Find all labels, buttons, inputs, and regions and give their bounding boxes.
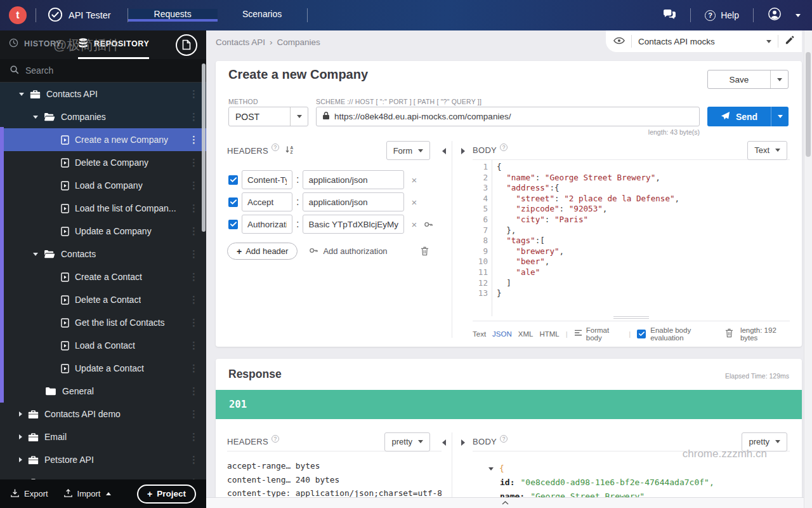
tree-item-load-the-list-of-compan[interactable]: Load the list of Compan...⋮ — [0, 197, 206, 220]
tab-requests[interactable]: Requests — [128, 9, 218, 22]
item-menu-icon[interactable]: ⋮ — [189, 454, 199, 465]
item-menu-icon[interactable]: ⋮ — [189, 88, 199, 100]
add-authorization-button[interactable]: Add authorization — [309, 246, 387, 257]
body-type-json[interactable]: JSON — [492, 330, 512, 338]
item-menu-icon[interactable]: ⋮ — [189, 225, 199, 237]
item-menu-icon[interactable]: ⋮ — [189, 431, 199, 443]
item-menu-icon[interactable]: ⋮ — [189, 271, 199, 283]
import-button[interactable]: Import — [63, 488, 112, 500]
item-menu-icon[interactable]: ⋮ — [189, 408, 199, 420]
item-menu-icon[interactable]: ⋮ — [189, 248, 199, 260]
item-menu-icon[interactable]: ⋮ — [189, 340, 199, 351]
body-editor[interactable]: 12345678910111213 { "name": "George Stre… — [473, 160, 790, 316]
send-menu-caret[interactable] — [771, 107, 789, 126]
tree-item-get-the-list-of-contacts[interactable]: Get the list of Contacts⋮ — [0, 311, 206, 334]
tree-item-contacts[interactable]: Contacts⋮ — [0, 243, 206, 265]
header-enabled-checkbox[interactable] — [228, 175, 238, 185]
environment-caret-icon[interactable] — [766, 40, 771, 43]
format-body-button[interactable]: Format body — [574, 326, 622, 342]
caret-right-icon[interactable] — [19, 434, 22, 439]
remove-header-icon[interactable]: × — [411, 197, 417, 208]
remove-header-icon[interactable]: × — [411, 175, 417, 185]
header-value-input[interactable] — [303, 215, 404, 234]
tab-history[interactable]: HISTORY — [9, 30, 62, 59]
collapse-node-icon[interactable] — [488, 467, 494, 471]
item-menu-icon[interactable]: ⋮ — [189, 294, 199, 305]
breadcrumb-folder[interactable]: Companies — [277, 37, 320, 47]
collapse-right-icon[interactable] — [461, 439, 465, 446]
environment-selector[interactable]: Contacts API mocks — [606, 30, 802, 52]
tab-scenarios[interactable]: Scenarios — [218, 9, 307, 22]
tree-item-update-a-company[interactable]: Update a Company⋮ — [0, 220, 206, 243]
tree-item-contacts-api-demo[interactable]: Contacts API demo⋮ — [0, 403, 206, 425]
item-menu-icon[interactable]: ⋮ — [189, 317, 199, 328]
item-menu-icon[interactable]: ⋮ — [189, 477, 199, 479]
main-scrollbar-thumb[interactable] — [806, 52, 811, 157]
remove-header-icon[interactable]: × — [411, 219, 417, 230]
tree-item-partial[interactable]: ⋮ — [0, 471, 206, 479]
account-menu-caret-icon[interactable] — [796, 14, 801, 17]
method-caret[interactable] — [290, 107, 308, 126]
tree-item-petstore-api[interactable]: Petstore API⋮ — [0, 448, 206, 471]
key-icon[interactable] — [424, 220, 433, 229]
collapse-left-icon[interactable] — [442, 148, 446, 154]
body-type-text[interactable]: Text — [473, 330, 486, 338]
export-button[interactable]: Export — [10, 488, 48, 500]
item-menu-icon[interactable]: ⋮ — [189, 134, 199, 145]
item-menu-icon[interactable]: ⋮ — [189, 180, 199, 191]
header-name-input[interactable] — [242, 170, 292, 189]
collapse-left-icon[interactable] — [442, 439, 446, 446]
caret-down-icon[interactable] — [33, 116, 38, 119]
item-menu-icon[interactable]: ⋮ — [189, 157, 199, 168]
response-headers-view-select[interactable]: pretty — [384, 432, 430, 451]
item-menu-icon[interactable]: ⋮ — [189, 385, 199, 397]
console-expander[interactable] — [206, 497, 804, 508]
evaluation-checkbox[interactable] — [637, 330, 646, 338]
caret-right-icon[interactable] — [19, 411, 22, 417]
editor-code[interactable]: { "name": "George Street Brewery", "addr… — [492, 160, 790, 316]
save-menu-caret[interactable] — [770, 70, 788, 88]
tree-item-load-a-company[interactable]: Load a Company⋮ — [0, 174, 206, 197]
sort-az-icon[interactable]: AZ — [285, 145, 295, 157]
caret-down-icon[interactable] — [19, 93, 24, 96]
search-input[interactable] — [25, 65, 197, 76]
header-value-input[interactable] — [303, 192, 404, 211]
breadcrumb-project[interactable]: Contacts API — [216, 37, 265, 47]
header-value-input[interactable] — [303, 170, 404, 189]
body-type-html[interactable]: HTML — [539, 330, 559, 338]
tree-item-delete-a-contact[interactable]: Delete a Contact⋮ — [0, 288, 206, 311]
save-label[interactable]: Save — [708, 70, 770, 88]
item-menu-icon[interactable]: ⋮ — [189, 111, 199, 123]
caret-right-icon[interactable] — [19, 457, 22, 462]
header-name-input[interactable] — [242, 215, 292, 234]
headers-view-select[interactable]: Form — [386, 141, 430, 160]
send-button[interactable]: Send — [707, 107, 789, 126]
item-menu-icon[interactable]: ⋮ — [189, 363, 199, 374]
body-evaluation-toggle[interactable]: Enable body evaluation — [637, 326, 719, 342]
tree-item-create-a-contact[interactable]: Create a Contact⋮ — [0, 265, 206, 288]
send-main[interactable]: Send — [707, 107, 771, 126]
eye-icon[interactable] — [613, 36, 625, 47]
tree-item-create-a-new-company[interactable]: Create a new Company⋮ — [0, 128, 206, 151]
sidebar-scrollbar[interactable] — [202, 64, 206, 232]
main-scrollbar[interactable] — [804, 30, 812, 508]
tree-item-contacts-api[interactable]: Contacts API⋮ — [0, 83, 206, 105]
body-view-select[interactable]: Text — [747, 141, 787, 160]
add-header-button[interactable]: + Add header — [227, 243, 298, 260]
editor-resize-handle[interactable] — [613, 316, 649, 320]
header-enabled-checkbox[interactable] — [228, 220, 238, 229]
account-icon[interactable] — [768, 7, 782, 23]
tab-repository[interactable]: REPOSITORY — [78, 30, 149, 59]
body-type-xml[interactable]: XML — [518, 330, 534, 338]
response-json-root[interactable]: { — [488, 462, 790, 476]
url-input[interactable] — [334, 112, 693, 121]
help-button[interactable]: ? Help — [705, 10, 739, 21]
save-button[interactable]: Save — [707, 70, 789, 89]
header-name-input[interactable] — [242, 192, 292, 211]
app-logo[interactable]: t — [9, 6, 27, 24]
tree-item-general[interactable]: General⋮ — [0, 380, 206, 403]
delete-body-icon[interactable] — [725, 328, 733, 339]
delete-headers-icon[interactable] — [421, 246, 429, 256]
header-enabled-checkbox[interactable] — [228, 197, 238, 207]
chat-icon[interactable] — [663, 9, 676, 22]
